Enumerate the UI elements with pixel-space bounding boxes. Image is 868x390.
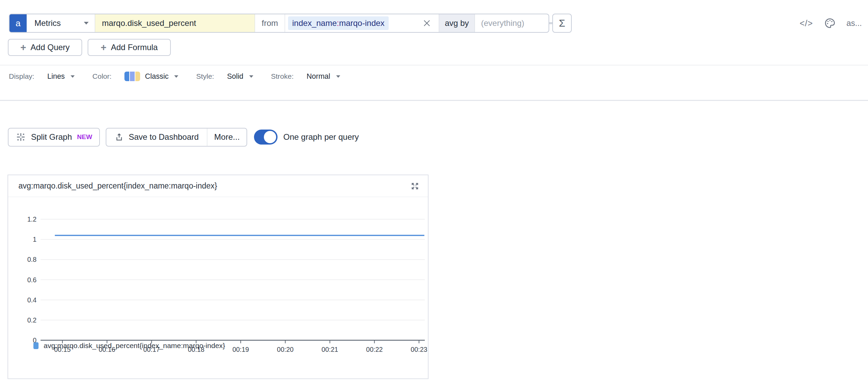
more-button[interactable]: More... (207, 129, 246, 146)
svg-text:0.8: 0.8 (27, 256, 36, 263)
upload-icon (115, 133, 124, 142)
sigma-function-button[interactable]: Σ (552, 14, 572, 33)
svg-text:00:22: 00:22 (366, 346, 383, 353)
display-options-row: Display: Lines Color: Classic Style: Sol… (9, 70, 358, 82)
query-toolbar-right: </> as... (799, 14, 862, 33)
svg-text:1.2: 1.2 (27, 215, 36, 223)
filter-tag-value: marqo-index (339, 18, 384, 28)
svg-text:0.2: 0.2 (27, 316, 36, 324)
stroke-dropdown[interactable]: Normal (306, 72, 340, 81)
legend-color-swatch (33, 342, 39, 349)
save-to-dashboard-button[interactable]: Save to Dashboard (106, 129, 207, 146)
one-graph-per-query-label: One graph per query (283, 132, 359, 142)
chevron-down-icon (84, 22, 89, 25)
color-palette-swatch[interactable] (124, 72, 140, 81)
save-to-dashboard-label: Save to Dashboard (129, 132, 198, 142)
query-editor-row: a Metrics marqo.disk_used_percent from i… (9, 14, 572, 33)
color-dropdown[interactable]: Classic (145, 72, 178, 81)
group-by-input[interactable]: (everything) (475, 14, 549, 32)
filter-section[interactable]: index_name : marqo-index (285, 14, 439, 32)
svg-text:0.6: 0.6 (27, 276, 36, 284)
filter-tag-chip[interactable]: index_name : marqo-index (288, 16, 389, 30)
chevron-down-icon (71, 75, 75, 78)
plus-icon: + (20, 43, 26, 52)
metric-name-input[interactable]: marqo.disk_used_percent (95, 14, 255, 32)
as-function-button[interactable]: as... (847, 18, 862, 28)
clear-filter-button[interactable] (422, 19, 431, 28)
palette-swatch-segment (135, 72, 140, 81)
code-view-icon[interactable]: </> (799, 18, 813, 28)
legend-item[interactable]: avg:marqo.disk_used_percent{index_name:m… (33, 342, 225, 350)
timeseries-plot: 00.20.40.60.811.200:1500:1600:1700:1800:… (8, 197, 428, 357)
add-formula-label: Add Formula (111, 43, 158, 52)
data-source-dropdown[interactable]: Metrics (27, 14, 95, 32)
chevron-down-icon (249, 75, 253, 78)
add-query-label: Add Query (31, 43, 70, 52)
plus-icon: + (101, 43, 106, 52)
data-source-value: Metrics (34, 18, 61, 28)
query-letter-badge: a (10, 14, 27, 32)
add-query-button[interactable]: + Add Query (8, 39, 82, 56)
section-divider (0, 100, 868, 101)
svg-text:1: 1 (33, 236, 36, 243)
color-value: Classic (145, 72, 168, 81)
display-type-value: Lines (47, 72, 65, 81)
legend-label: avg:marqo.disk_used_percent{index_name:m… (44, 342, 225, 350)
filter-tag-key: index_name (292, 18, 337, 28)
chart-header: avg:marqo.disk_used_percent{index_name:m… (8, 175, 428, 197)
style-value: Solid (227, 72, 243, 81)
svg-text:00:19: 00:19 (233, 346, 249, 353)
svg-text:00:20: 00:20 (277, 346, 294, 353)
split-graph-icon (16, 132, 26, 142)
expand-icon (410, 181, 420, 191)
new-badge: NEW (77, 133, 92, 141)
svg-text:00:21: 00:21 (321, 346, 338, 353)
style-label: Style: (196, 72, 214, 80)
filter-tag-colon: : (337, 18, 339, 28)
graph-actions-row: Split Graph NEW Save to Dashboard More..… (8, 127, 359, 147)
toggle-knob (264, 131, 276, 143)
palette-icon (824, 17, 836, 29)
palette-swatch-segment (130, 72, 135, 81)
svg-text:00:23: 00:23 (411, 346, 428, 353)
chevron-down-icon (336, 75, 340, 78)
chart-title: avg:marqo.disk_used_percent{index_name:m… (18, 181, 217, 191)
split-graph-label: Split Graph (31, 132, 72, 142)
save-more-button-group: Save to Dashboard More... (106, 128, 247, 147)
close-icon (422, 19, 431, 28)
from-label: from (255, 14, 285, 32)
section-divider (0, 65, 868, 65)
chevron-down-icon (174, 75, 178, 78)
timeseries-chart-card: avg:marqo.disk_used_percent{index_name:m… (8, 175, 429, 379)
color-label: Color: (92, 72, 111, 80)
palette-button[interactable] (824, 17, 836, 29)
query-connector (549, 22, 552, 24)
query-bar: a Metrics marqo.disk_used_percent from i… (9, 14, 549, 33)
plot-area[interactable]: 00.20.40.60.811.200:1500:1600:1700:1800:… (8, 197, 428, 357)
style-dropdown[interactable]: Solid (227, 72, 253, 81)
aggregator-button[interactable]: avg by (439, 14, 475, 32)
display-label: Display: (9, 72, 34, 80)
svg-text:0.4: 0.4 (27, 296, 36, 304)
stroke-value: Normal (306, 72, 330, 81)
display-type-dropdown[interactable]: Lines (47, 72, 75, 81)
palette-swatch-segment (124, 72, 129, 81)
split-graph-button[interactable]: Split Graph NEW (8, 128, 100, 147)
stroke-label: Stroke: (271, 72, 294, 80)
one-graph-per-query-toggle[interactable] (254, 130, 278, 145)
add-formula-button[interactable]: + Add Formula (88, 39, 171, 56)
expand-chart-button[interactable] (410, 181, 420, 191)
